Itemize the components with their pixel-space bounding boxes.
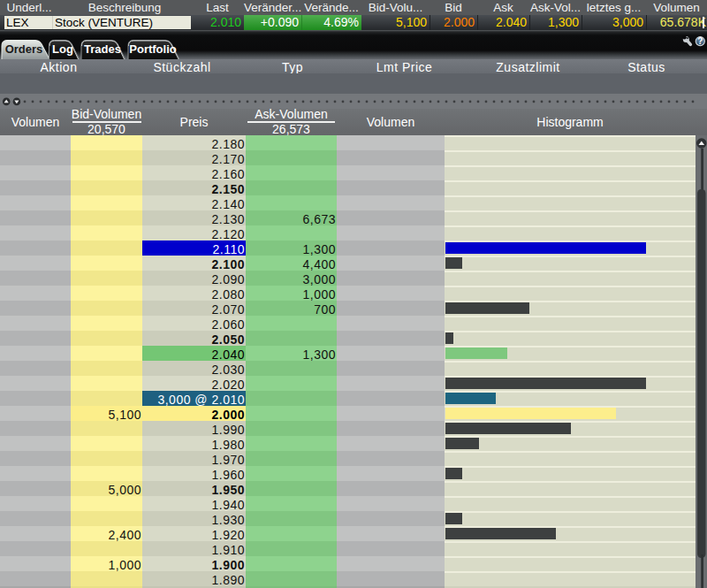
svg-text:Log: Log: [52, 42, 73, 56]
svg-text:Trades: Trades: [84, 42, 121, 56]
svg-text:Orders: Orders: [5, 42, 43, 56]
svg-text:?: ?: [697, 36, 703, 46]
svg-text:Portfolio: Portfolio: [129, 42, 176, 56]
